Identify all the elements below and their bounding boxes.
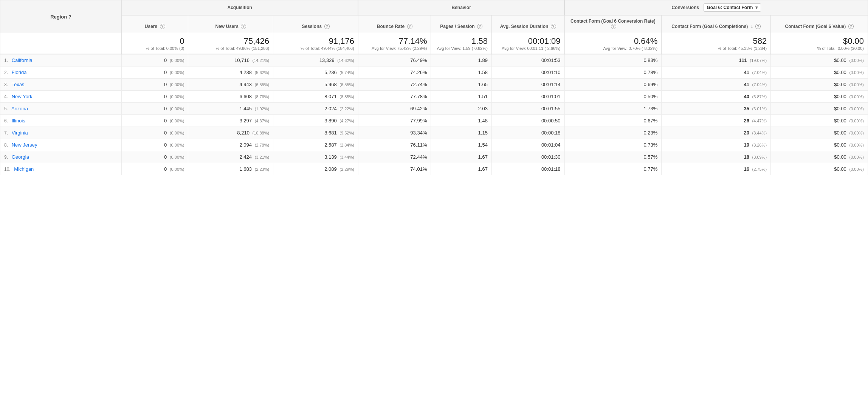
new-users-cell-3: 6,608 (8.76%): [188, 91, 273, 103]
pages-session-cell-7: 1.54: [431, 139, 491, 151]
row-number: 6.: [4, 118, 8, 124]
completions-cell-8: 18 (3.09%): [662, 151, 771, 163]
conv-rate-cell-3: 0.50%: [564, 91, 662, 103]
users-cell-6: 0 (0.00%): [121, 127, 188, 139]
bounce-rate-cell-4: 69.42%: [358, 103, 431, 115]
completions-sort-icon: ↓: [751, 24, 753, 29]
sessions-cell-5: 3,890 (4.27%): [273, 115, 358, 127]
sessions-cell-9: 2,089 (2.29%): [273, 163, 358, 175]
totals-value-cell: $0.00 % of Total: 0.00% ($0.00): [771, 33, 868, 54]
new-users-col-header[interactable]: New Users ?: [188, 15, 273, 33]
goal-dropdown[interactable]: Goal 6: Contact Form ▾: [704, 3, 761, 12]
bounce-help-icon[interactable]: ?: [407, 24, 412, 29]
new-users-cell-7: 2,094 (2.78%): [188, 139, 273, 151]
new-users-cell-6: 8,210 (10.88%): [188, 127, 273, 139]
table-row: 2. Florida 0 (0.00%) 4,238 (5.62%) 5,236…: [0, 66, 868, 79]
bounce-rate-cell-3: 77.78%: [358, 91, 431, 103]
region-cell-2: 3. Texas: [0, 79, 122, 91]
pages-help-icon[interactable]: ?: [477, 24, 482, 29]
new-users-help-icon[interactable]: ?: [241, 24, 246, 29]
completions-col-header[interactable]: Contact Form (Goal 6 Completions) ↓ ?: [662, 15, 771, 33]
region-link[interactable]: New Jersey: [12, 142, 37, 148]
conv-rate-cell-5: 0.67%: [564, 115, 662, 127]
avg-session-cell-4: 00:01:55: [491, 103, 564, 115]
region-cell-9: 10. Michigan: [0, 163, 122, 175]
avg-session-cell-0: 00:01:53: [491, 54, 564, 66]
row-number: 8.: [4, 142, 8, 148]
pages-session-cell-2: 1.65: [431, 79, 491, 91]
completions-cell-4: 35 (6.01%): [662, 103, 771, 115]
bounce-rate-cell-2: 72.74%: [358, 79, 431, 91]
region-link[interactable]: Arizona: [11, 106, 28, 111]
users-cell-1: 0 (0.00%): [121, 66, 188, 79]
avg-session-cell-7: 00:01:04: [491, 139, 564, 151]
region-link[interactable]: Illinois: [12, 118, 25, 124]
bounce-rate-cell-8: 72.44%: [358, 151, 431, 163]
new-users-cell-9: 1,683 (2.23%): [188, 163, 273, 175]
region-cell-4: 5. Arizona: [0, 103, 122, 115]
completions-cell-0: 111 (19.07%): [662, 54, 771, 66]
value-help-icon[interactable]: ?: [848, 24, 854, 29]
pages-session-cell-6: 1.15: [431, 127, 491, 139]
sessions-cell-3: 8,071 (8.85%): [273, 91, 358, 103]
users-col-header[interactable]: Users ?: [121, 15, 188, 33]
conv-rate-help-icon[interactable]: ?: [611, 24, 616, 29]
conv-rate-cell-1: 0.78%: [564, 66, 662, 79]
new-users-cell-4: 1,445 (1.92%): [188, 103, 273, 115]
table-row: 3. Texas 0 (0.00%) 4,943 (6.55%) 5,968 (…: [0, 79, 868, 91]
completions-cell-7: 19 (3.26%): [662, 139, 771, 151]
conv-rate-col-header[interactable]: Contact Form (Goal 6 Conversion Rate) ?: [564, 15, 662, 33]
bounce-rate-cell-6: 93.34%: [358, 127, 431, 139]
row-number: 2.: [4, 70, 8, 75]
conv-rate-cell-6: 0.23%: [564, 127, 662, 139]
behavior-group-header: Behavior: [358, 0, 564, 15]
pages-session-cell-1: 1.58: [431, 66, 491, 79]
table-row: 9. Georgia 0 (0.00%) 2,424 (3.21%) 3,139…: [0, 151, 868, 163]
table-row: 8. New Jersey 0 (0.00%) 2,094 (2.78%) 2,…: [0, 139, 868, 151]
totals-row: 0 % of Total: 0.00% (0) 75,426 % of Tota…: [0, 33, 868, 54]
region-link[interactable]: New York: [12, 94, 33, 99]
sessions-col-header[interactable]: Sessions ?: [273, 15, 358, 33]
row-number: 1.: [4, 58, 8, 63]
avg-session-cell-2: 00:01:14: [491, 79, 564, 91]
analytics-table: Region ? Acquisition Behavior Conversion…: [0, 0, 868, 175]
region-label: Region: [50, 14, 67, 20]
region-link[interactable]: Georgia: [12, 154, 29, 160]
value-col-header[interactable]: Contact Form (Goal 6 Value) ?: [771, 15, 868, 33]
value-cell-7: $0.00 (0.00%): [771, 139, 868, 151]
new-users-cell-5: 3,297 (4.37%): [188, 115, 273, 127]
completions-cell-2: 41 (7.04%): [662, 79, 771, 91]
users-cell-4: 0 (0.00%): [121, 103, 188, 115]
region-cell-1: 2. Florida: [0, 66, 122, 79]
avg-session-col-header[interactable]: Avg. Session Duration ?: [491, 15, 564, 33]
value-cell-4: $0.00 (0.00%): [771, 103, 868, 115]
conversions-group-header: Conversions Goal 6: Contact Form ▾: [564, 0, 868, 15]
users-cell-0: 0 (0.00%): [121, 54, 188, 66]
totals-users-cell: 0 % of Total: 0.00% (0): [121, 33, 188, 54]
sessions-cell-8: 3,139 (3.44%): [273, 151, 358, 163]
value-cell-5: $0.00 (0.00%): [771, 115, 868, 127]
pages-session-col-header[interactable]: Pages / Session ?: [431, 15, 491, 33]
users-cell-3: 0 (0.00%): [121, 91, 188, 103]
bounce-rate-col-header[interactable]: Bounce Rate ?: [358, 15, 431, 33]
conv-rate-cell-7: 0.73%: [564, 139, 662, 151]
dropdown-arrow-icon: ▾: [755, 5, 758, 10]
region-link[interactable]: Florida: [12, 70, 27, 75]
region-link[interactable]: Virginia: [12, 130, 28, 136]
region-cell-7: 8. New Jersey: [0, 139, 122, 151]
sessions-cell-4: 2,024 (2.22%): [273, 103, 358, 115]
table-row: 5. Arizona 0 (0.00%) 1,445 (1.92%) 2,024…: [0, 103, 868, 115]
new-users-cell-1: 4,238 (5.62%): [188, 66, 273, 79]
users-help-icon[interactable]: ?: [160, 24, 165, 29]
region-link[interactable]: Texas: [11, 82, 24, 87]
region-link[interactable]: Michigan: [14, 166, 34, 172]
pages-session-cell-8: 1.67: [431, 151, 491, 163]
row-number: 7.: [4, 130, 8, 136]
region-help-icon[interactable]: ?: [68, 14, 71, 20]
totals-sessions-cell: 91,176 % of Total: 49.44% (184,406): [273, 33, 358, 54]
completions-help-icon[interactable]: ?: [755, 24, 761, 29]
value-cell-8: $0.00 (0.00%): [771, 151, 868, 163]
region-link[interactable]: California: [12, 57, 33, 63]
sessions-help-icon[interactable]: ?: [324, 24, 330, 29]
avg-session-help-icon[interactable]: ?: [551, 24, 556, 29]
